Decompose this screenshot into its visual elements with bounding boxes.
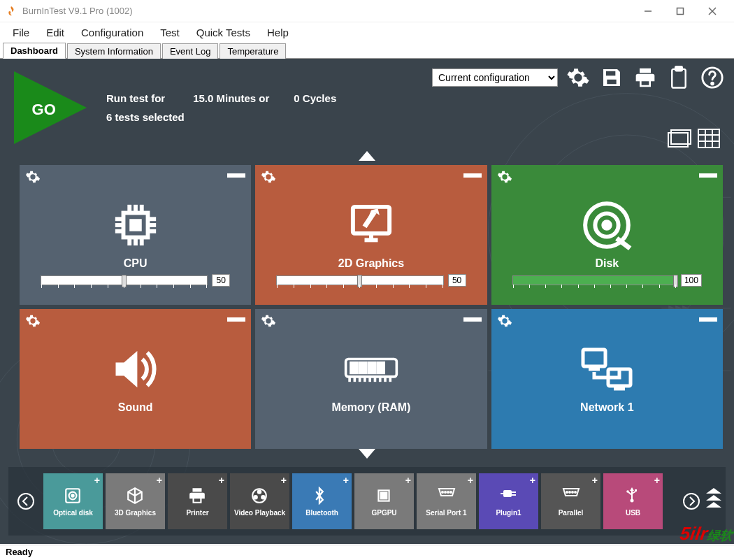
mini-tile-optical-disk[interactable]: + Optical disk xyxy=(43,473,103,529)
tile-settings-icon[interactable] xyxy=(25,313,41,331)
menu-edit[interactable]: Edit xyxy=(39,25,71,40)
tiles-container: CPU 50 2D Graphics 50 xyxy=(20,165,723,454)
tab-dashboard[interactable]: Dashboard xyxy=(3,43,66,59)
scroll-right-icon[interactable] xyxy=(681,491,702,512)
view-tiles-icon[interactable] xyxy=(667,129,692,148)
tile-remove-icon[interactable] xyxy=(463,169,482,187)
svg-marker-105 xyxy=(706,488,721,494)
add-icon[interactable]: + xyxy=(157,475,162,486)
svg-rect-18 xyxy=(675,66,682,71)
tile-sound-icon xyxy=(108,341,164,397)
tab-temperature[interactable]: Temperature xyxy=(220,43,286,59)
add-icon[interactable]: + xyxy=(468,475,473,486)
inactive-tests-bar: + Optical disk+ 3D Graphics+ Printer+ Vi… xyxy=(8,467,726,536)
tile-settings-icon[interactable] xyxy=(25,169,41,187)
svg-point-97 xyxy=(572,491,573,493)
tile-remove-icon[interactable] xyxy=(227,169,245,187)
svg-rect-17 xyxy=(672,69,685,88)
svg-rect-44 xyxy=(463,173,482,178)
svg-rect-59 xyxy=(377,363,384,373)
tile-remove-icon[interactable] xyxy=(463,313,482,331)
svg-rect-56 xyxy=(351,363,357,373)
scroll-down-icon[interactable] xyxy=(359,449,375,461)
tile-slider[interactable]: 100 xyxy=(512,274,702,287)
mini-tile-plugin1[interactable]: + Plugin1 xyxy=(479,473,538,529)
tile-net[interactable]: Network 1 xyxy=(491,309,723,449)
tile-remove-icon[interactable] xyxy=(699,313,717,331)
add-icon[interactable]: + xyxy=(592,475,598,486)
mini-label: Optical disk xyxy=(53,509,93,517)
run-info: Run test for 15.0 Minutes or 0 Cycles 6 … xyxy=(106,92,336,123)
clipboard-icon[interactable] xyxy=(665,64,692,91)
minimize-button[interactable] xyxy=(632,1,664,22)
help-icon[interactable] xyxy=(699,64,726,91)
scroll-up-icon[interactable] xyxy=(359,151,375,164)
tile-label: Sound xyxy=(118,401,153,414)
tile-settings-icon[interactable] xyxy=(261,169,276,187)
tabbar: Dashboard System Information Event Log T… xyxy=(0,42,734,59)
configuration-select[interactable]: Current configuration xyxy=(432,69,558,87)
tile-remove-icon[interactable] xyxy=(227,313,245,331)
mini-icon xyxy=(624,487,643,506)
mini-label: USB xyxy=(626,509,640,517)
run-minutes: 15.0 Minutes or xyxy=(193,92,291,104)
mini-icon xyxy=(64,487,83,506)
mini-tile-printer[interactable]: + Printer xyxy=(168,473,227,529)
add-icon[interactable]: + xyxy=(530,475,535,486)
mini-icon xyxy=(188,487,208,506)
tab-event-log[interactable]: Event Log xyxy=(162,43,219,59)
mini-tile-usb[interactable]: + USB xyxy=(603,473,663,529)
view-grid-icon[interactable] xyxy=(698,129,723,148)
go-label: GO xyxy=(32,101,56,119)
svg-rect-53 xyxy=(227,317,245,322)
tile-settings-icon[interactable] xyxy=(497,313,512,331)
add-icon[interactable]: + xyxy=(654,475,660,486)
save-icon[interactable] xyxy=(598,64,625,91)
print-icon[interactable] xyxy=(632,64,659,91)
tab-system-information[interactable]: System Information xyxy=(67,43,161,59)
add-icon[interactable]: + xyxy=(94,475,100,486)
scroll-left-icon[interactable] xyxy=(15,491,36,512)
tile-mem[interactable]: Memory (RAM) xyxy=(255,309,487,449)
svg-rect-48 xyxy=(699,173,717,178)
mini-tile-video-playback[interactable]: + Video Playback xyxy=(230,473,289,529)
tile-remove-icon[interactable] xyxy=(699,169,717,187)
mini-tile-parallel[interactable]: + Parallel xyxy=(541,473,600,529)
svg-point-87 xyxy=(442,491,443,493)
tile-slider[interactable]: 50 xyxy=(276,274,466,287)
tile-settings-icon[interactable] xyxy=(497,169,512,187)
menu-help[interactable]: Help xyxy=(260,25,296,40)
mini-tile-gpgpu[interactable]: + GPGPU xyxy=(354,473,414,529)
tile-2d[interactable]: 2D Graphics 50 xyxy=(255,165,487,305)
menu-file[interactable]: File xyxy=(6,25,36,40)
status-text: Ready xyxy=(6,547,33,557)
add-icon[interactable]: + xyxy=(281,475,287,486)
mini-tile-3d-graphics[interactable]: + 3D Graphics xyxy=(106,473,165,529)
svg-rect-91 xyxy=(503,490,512,497)
menu-test[interactable]: Test xyxy=(153,25,187,40)
dashboard-panel: GO Run test for 15.0 Minutes or 0 Cycles… xyxy=(0,59,734,544)
mini-label: Bluetooth xyxy=(305,509,338,517)
add-icon[interactable]: + xyxy=(405,475,411,486)
settings-icon[interactable] xyxy=(565,64,591,91)
tile-sound[interactable]: Sound xyxy=(20,309,251,449)
add-icon[interactable]: + xyxy=(219,475,224,486)
mini-tile-bluetooth[interactable]: + Bluetooth xyxy=(292,473,352,529)
maximize-button[interactable] xyxy=(664,1,696,22)
add-icon[interactable]: + xyxy=(343,475,349,486)
close-button[interactable] xyxy=(696,1,728,22)
tile-slider[interactable]: 50 xyxy=(41,274,230,287)
tile-cpu-icon xyxy=(108,197,164,253)
expand-all-icon[interactable] xyxy=(706,488,721,517)
mini-tile-serial-port-1[interactable]: + Serial Port 1 xyxy=(417,473,476,529)
go-button[interactable]: GO xyxy=(8,66,92,150)
tile-cpu[interactable]: CPU 50 xyxy=(20,165,251,305)
svg-point-89 xyxy=(447,491,449,493)
menu-configuration[interactable]: Configuration xyxy=(74,25,150,40)
svg-point-90 xyxy=(450,491,452,493)
titlebar: BurnInTest V9.1 Pro (1002) xyxy=(0,0,734,22)
tile-settings-icon[interactable] xyxy=(261,313,276,331)
svg-rect-69 xyxy=(699,317,717,322)
tile-disk[interactable]: Disk 100 xyxy=(491,165,723,305)
menu-quick-tests[interactable]: Quick Tests xyxy=(189,25,257,40)
